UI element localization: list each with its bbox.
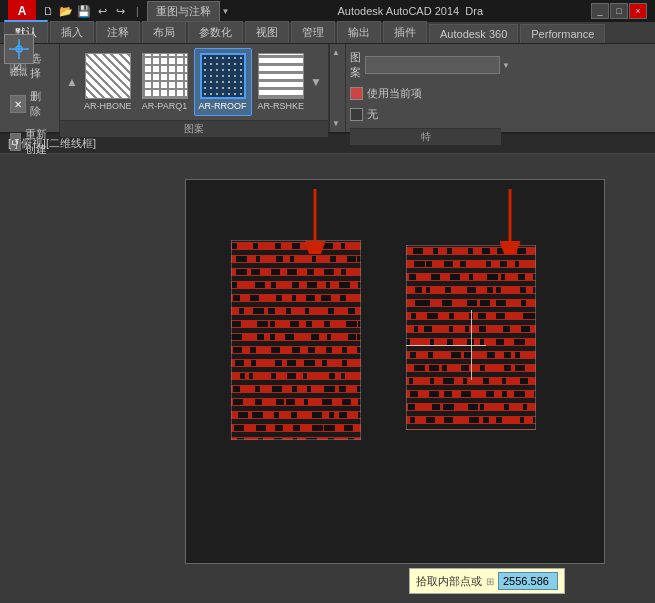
- ribbon-section-tools: ☑ 选择 ✕ 删除 ↺ 重新创建 拾点 边界: [0, 44, 60, 132]
- shiyong-row: 使用当前项: [350, 84, 501, 103]
- viewport-indicator: [-] 俯视][二维线框]: [0, 134, 655, 154]
- viewport-label: [-] 俯视][二维线框]: [8, 136, 96, 151]
- wu-row: 无: [350, 105, 501, 124]
- pattern-scroll-down[interactable]: ▼: [310, 75, 322, 89]
- canvas-area[interactable]: 拾取内部点或 ⊞ 2556.586: [0, 154, 655, 603]
- delete-icon: ✕: [10, 95, 26, 113]
- tuan-row: 图案 ▼: [350, 48, 501, 82]
- pattern-ar-parq1[interactable]: AR-PARQ1: [138, 49, 192, 115]
- left-hatch-rect: [231, 240, 361, 440]
- delete-label: 删除: [30, 89, 49, 119]
- ar-rshke-preview: [258, 53, 304, 99]
- titlebar-left: A 🗋 📂 💾 ↩ ↪ | 重图与注释 ▼: [8, 0, 230, 22]
- undo-button[interactable]: ↩: [94, 3, 110, 19]
- tuan-input[interactable]: [365, 56, 500, 74]
- svg-marker-8: [500, 244, 520, 254]
- tab-param[interactable]: 参数化: [188, 21, 243, 43]
- pattern-scroll-up[interactable]: ▲: [66, 75, 78, 89]
- ar-hbone-preview: [85, 53, 131, 99]
- command-value-box[interactable]: 2556.586: [498, 572, 558, 590]
- ribbon: ☑ 选择 ✕ 删除 ↺ 重新创建 拾点 边界: [0, 44, 655, 134]
- svg-marker-5: [305, 244, 325, 254]
- tab-plugins[interactable]: 插件: [383, 21, 427, 43]
- right-arrow-annotation: [490, 189, 530, 254]
- expand-icon: ⊞: [486, 576, 494, 587]
- pick-point-label: 拾点: [10, 66, 28, 79]
- ar-rroof-preview: [200, 53, 246, 99]
- crosshair-vertical: [471, 310, 472, 380]
- shiyong-checkbox[interactable]: [350, 87, 363, 100]
- close-button[interactable]: ×: [629, 3, 647, 19]
- ribbon-expand-button[interactable]: ▲ ▼: [329, 44, 345, 132]
- command-tooltip-label: 拾取内部点或: [416, 574, 482, 589]
- open-button[interactable]: 📂: [58, 3, 74, 19]
- window-controls: _ □ ×: [591, 3, 647, 19]
- patterns-section-label: 图案: [60, 120, 328, 137]
- ar-rroof-label: AR-RROOF: [199, 101, 247, 111]
- separator: |: [136, 6, 139, 17]
- pick-point-icon: [4, 34, 34, 64]
- tab-insert[interactable]: 插入: [50, 21, 94, 43]
- drawing-area: [185, 179, 605, 564]
- maximize-button[interactable]: □: [610, 3, 628, 19]
- ar-parq1-preview: [142, 53, 188, 99]
- titlebar: A 🗋 📂 💾 ↩ ↪ | 重图与注释 ▼ Autodesk AutoCAD 2…: [0, 0, 655, 22]
- ribbon-tab-bar: 默认 插入 注释 布局 参数化 视图 管理 输出 插件 Autodesk 360…: [0, 22, 655, 44]
- wu-label: 无: [367, 107, 378, 122]
- tab-annotate[interactable]: 注释: [96, 21, 140, 43]
- pattern-ar-rroof[interactable]: AR-RROOF: [194, 48, 252, 116]
- autocad-logo: A: [8, 0, 36, 22]
- ribbon-section-patterns: ▲ AR-HBONE AR-PARQ1 AR-RROOF AR: [60, 44, 329, 132]
- workspace-dropdown[interactable]: 重图与注释: [147, 1, 220, 22]
- tuan-dropdown-arrow[interactable]: ▼: [502, 61, 510, 70]
- redo-button[interactable]: ↪: [112, 3, 128, 19]
- pattern-ar-hbone[interactable]: AR-HBONE: [80, 49, 136, 115]
- tuan-label: 图案: [350, 50, 361, 80]
- save-button[interactable]: 💾: [76, 3, 92, 19]
- tab-360[interactable]: Autodesk 360: [429, 24, 518, 43]
- quick-access-toolbar: 🗋 📂 💾 ↩ ↪: [40, 3, 128, 19]
- delete-button[interactable]: ✕ 删除: [4, 86, 55, 122]
- crosshair-horizontal: [406, 345, 486, 346]
- ribbon-right-panel: 图案 ▼ 使用当前项 无 特: [345, 44, 505, 132]
- pattern-ar-rshke[interactable]: AR-RSHKE: [254, 49, 309, 115]
- command-tooltip: 拾取内部点或 ⊞ 2556.586: [409, 568, 565, 594]
- tab-view[interactable]: 视图: [245, 21, 289, 43]
- pick-point-button[interactable]: 拾点: [0, 22, 38, 90]
- shiyong-label: 使用当前项: [367, 86, 422, 101]
- tab-performance[interactable]: Performance: [520, 24, 605, 43]
- tab-manage[interactable]: 管理: [291, 21, 335, 43]
- ar-hbone-label: AR-HBONE: [84, 101, 132, 111]
- app-title: Autodesk AutoCAD 2014 Dra: [337, 5, 483, 17]
- workspace-dropdown-arrow[interactable]: ▼: [222, 7, 230, 16]
- tab-output[interactable]: 输出: [337, 21, 381, 43]
- ar-rshke-label: AR-RSHKE: [258, 101, 305, 111]
- minimize-button[interactable]: _: [591, 3, 609, 19]
- wu-checkbox[interactable]: [350, 108, 363, 121]
- new-button[interactable]: 🗋: [40, 3, 56, 19]
- left-arrow-annotation: [295, 189, 335, 254]
- right-section-label: 特: [350, 128, 501, 145]
- ar-parq1-label: AR-PARQ1: [142, 101, 187, 111]
- tab-layout[interactable]: 布局: [142, 21, 186, 43]
